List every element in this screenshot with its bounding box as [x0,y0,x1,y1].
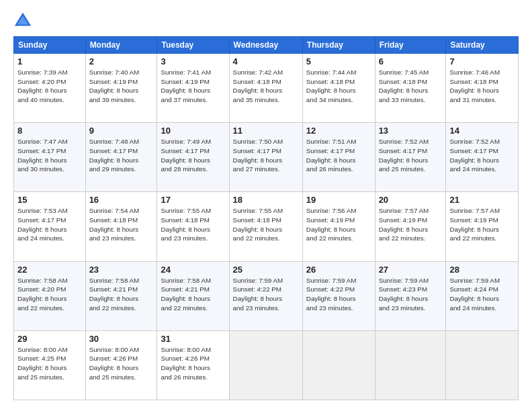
calendar-cell: 28Sunrise: 7:59 AMSunset: 4:24 PMDayligh… [446,261,519,330]
calendar-table: SundayMondayTuesdayWednesdayThursdayFrid… [13,36,519,400]
column-header-friday: Friday [375,37,446,54]
calendar-cell: 27Sunrise: 7:59 AMSunset: 4:23 PMDayligh… [375,261,446,330]
week-row-3: 15Sunrise: 7:53 AMSunset: 4:17 PMDayligh… [14,192,519,261]
week-row-2: 8Sunrise: 7:47 AMSunset: 4:17 PMDaylight… [14,123,519,192]
day-number: 9 [89,126,154,136]
day-info: Sunrise: 7:46 AMSunset: 4:18 PMDaylight:… [449,68,515,105]
calendar-cell: 18Sunrise: 7:55 AMSunset: 4:18 PMDayligh… [229,192,302,261]
calendar-cell: 22Sunrise: 7:58 AMSunset: 4:20 PMDayligh… [14,261,86,330]
calendar-cell: 23Sunrise: 7:58 AMSunset: 4:21 PMDayligh… [85,261,157,330]
calendar-cell: 6Sunrise: 7:45 AMSunset: 4:18 PMDaylight… [375,54,446,123]
calendar-cell: 30Sunrise: 8:00 AMSunset: 4:26 PMDayligh… [85,330,157,400]
day-info: Sunrise: 7:59 AMSunset: 4:22 PMDaylight:… [233,276,299,313]
day-number: 22 [17,265,82,275]
day-info: Sunrise: 7:59 AMSunset: 4:23 PMDaylight:… [379,276,443,313]
day-info: Sunrise: 7:41 AMSunset: 4:19 PMDaylight:… [161,68,225,105]
day-info: Sunrise: 7:42 AMSunset: 4:18 PMDaylight:… [233,68,299,105]
calendar-cell: 14Sunrise: 7:52 AMSunset: 4:17 PMDayligh… [446,123,519,192]
day-number: 20 [379,195,443,205]
week-row-4: 22Sunrise: 7:58 AMSunset: 4:20 PMDayligh… [14,261,519,330]
day-number: 23 [89,265,154,275]
calendar-cell [229,330,302,400]
day-info: Sunrise: 7:59 AMSunset: 4:24 PMDaylight:… [449,276,515,313]
day-number: 11 [233,126,299,136]
calendar-cell: 9Sunrise: 7:48 AMSunset: 4:17 PMDaylight… [85,123,157,192]
calendar-cell: 24Sunrise: 7:58 AMSunset: 4:21 PMDayligh… [157,261,229,330]
day-info: Sunrise: 7:50 AMSunset: 4:17 PMDaylight:… [233,137,299,174]
calendar-cell [375,330,446,400]
day-number: 24 [161,265,225,275]
column-header-thursday: Thursday [302,37,375,54]
calendar-cell: 12Sunrise: 7:51 AMSunset: 4:17 PMDayligh… [302,123,375,192]
day-number: 3 [161,56,225,66]
calendar-cell: 17Sunrise: 7:55 AMSunset: 4:18 PMDayligh… [157,192,229,261]
day-number: 4 [233,56,299,66]
day-number: 21 [449,195,515,205]
column-header-saturday: Saturday [446,37,519,54]
calendar-cell: 5Sunrise: 7:44 AMSunset: 4:18 PMDaylight… [302,54,375,123]
column-header-sunday: Sunday [14,37,86,54]
day-number: 2 [89,56,154,66]
day-info: Sunrise: 7:51 AMSunset: 4:17 PMDaylight:… [306,137,371,174]
day-info: Sunrise: 7:58 AMSunset: 4:20 PMDaylight:… [17,276,82,313]
day-number: 8 [17,126,82,136]
calendar-cell: 11Sunrise: 7:50 AMSunset: 4:17 PMDayligh… [229,123,302,192]
day-number: 6 [379,56,443,66]
calendar-cell: 29Sunrise: 8:00 AMSunset: 4:25 PMDayligh… [14,330,86,400]
week-row-5: 29Sunrise: 8:00 AMSunset: 4:25 PMDayligh… [14,330,519,400]
calendar-cell: 26Sunrise: 7:59 AMSunset: 4:22 PMDayligh… [302,261,375,330]
day-number: 19 [306,195,371,205]
day-number: 15 [17,195,82,205]
day-info: Sunrise: 8:00 AMSunset: 4:26 PMDaylight:… [89,345,154,382]
day-number: 14 [449,126,515,136]
day-number: 30 [89,334,154,344]
day-info: Sunrise: 7:52 AMSunset: 4:17 PMDaylight:… [449,137,515,174]
day-info: Sunrise: 8:00 AMSunset: 4:25 PMDaylight:… [17,345,82,382]
day-number: 26 [306,265,371,275]
day-info: Sunrise: 7:55 AMSunset: 4:18 PMDaylight:… [161,206,225,243]
calendar-cell: 3Sunrise: 7:41 AMSunset: 4:19 PMDaylight… [157,54,229,123]
day-info: Sunrise: 7:58 AMSunset: 4:21 PMDaylight:… [89,276,154,313]
calendar-header-row: SundayMondayTuesdayWednesdayThursdayFrid… [14,37,519,54]
day-info: Sunrise: 7:48 AMSunset: 4:17 PMDaylight:… [89,137,154,174]
header [13,11,519,30]
calendar-cell: 7Sunrise: 7:46 AMSunset: 4:18 PMDaylight… [446,54,519,123]
day-info: Sunrise: 7:57 AMSunset: 4:19 PMDaylight:… [379,206,443,243]
calendar-cell: 2Sunrise: 7:40 AMSunset: 4:19 PMDaylight… [85,54,157,123]
page: SundayMondayTuesdayWednesdayThursdayFrid… [0,0,532,411]
calendar-cell: 19Sunrise: 7:56 AMSunset: 4:19 PMDayligh… [302,192,375,261]
day-number: 16 [89,195,154,205]
day-number: 1 [17,56,82,66]
day-info: Sunrise: 7:52 AMSunset: 4:17 PMDaylight:… [379,137,443,174]
logo [13,11,35,30]
day-info: Sunrise: 7:57 AMSunset: 4:19 PMDaylight:… [449,206,515,243]
calendar-cell: 13Sunrise: 7:52 AMSunset: 4:17 PMDayligh… [375,123,446,192]
day-info: Sunrise: 7:45 AMSunset: 4:18 PMDaylight:… [379,68,443,105]
calendar-cell: 1Sunrise: 7:39 AMSunset: 4:20 PMDaylight… [14,54,86,123]
day-number: 18 [233,195,299,205]
day-info: Sunrise: 7:58 AMSunset: 4:21 PMDaylight:… [161,276,225,313]
day-info: Sunrise: 8:00 AMSunset: 4:26 PMDaylight:… [161,345,225,382]
calendar-cell: 16Sunrise: 7:54 AMSunset: 4:18 PMDayligh… [85,192,157,261]
calendar-cell: 25Sunrise: 7:59 AMSunset: 4:22 PMDayligh… [229,261,302,330]
logo-icon [13,11,32,30]
calendar-cell: 4Sunrise: 7:42 AMSunset: 4:18 PMDaylight… [229,54,302,123]
column-header-tuesday: Tuesday [157,37,229,54]
day-info: Sunrise: 7:54 AMSunset: 4:18 PMDaylight:… [89,206,154,243]
day-number: 27 [379,265,443,275]
calendar-cell [302,330,375,400]
calendar-cell [446,330,519,400]
day-number: 5 [306,56,371,66]
day-number: 31 [161,334,225,344]
day-info: Sunrise: 7:47 AMSunset: 4:17 PMDaylight:… [17,137,82,174]
day-info: Sunrise: 7:55 AMSunset: 4:18 PMDaylight:… [233,206,299,243]
day-info: Sunrise: 7:56 AMSunset: 4:19 PMDaylight:… [306,206,371,243]
calendar-cell: 21Sunrise: 7:57 AMSunset: 4:19 PMDayligh… [446,192,519,261]
day-info: Sunrise: 7:49 AMSunset: 4:17 PMDaylight:… [161,137,225,174]
column-header-wednesday: Wednesday [229,37,302,54]
day-info: Sunrise: 7:59 AMSunset: 4:22 PMDaylight:… [306,276,371,313]
day-info: Sunrise: 7:53 AMSunset: 4:17 PMDaylight:… [17,206,82,243]
calendar-cell: 8Sunrise: 7:47 AMSunset: 4:17 PMDaylight… [14,123,86,192]
calendar-body: 1Sunrise: 7:39 AMSunset: 4:20 PMDaylight… [14,54,519,400]
calendar-cell: 15Sunrise: 7:53 AMSunset: 4:17 PMDayligh… [14,192,86,261]
